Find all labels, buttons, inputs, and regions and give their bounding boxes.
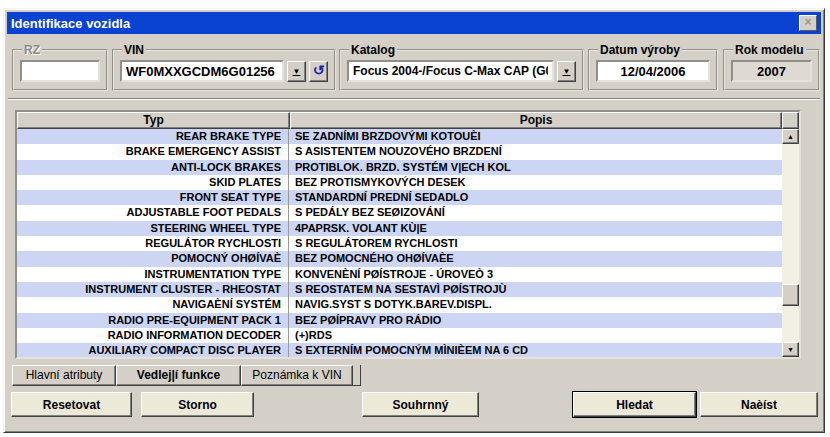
popis-cell: S PEDÁLY BEZ SEØIZOVÁNÍ — [289, 205, 782, 220]
popis-cell: KONVENÈNÍ PØÍSTROJE - ÚROVEÒ 3 — [289, 267, 782, 282]
rz-input[interactable] — [20, 60, 100, 82]
load-button[interactable]: Naèíst — [700, 392, 818, 417]
table-row[interactable]: SKID PLATES BEZ PROTISMYKOVÝCH DESEK — [17, 175, 782, 190]
tab-strip-end-divider — [353, 365, 361, 386]
table-row[interactable]: FRONT SEAT TYPE STANDARDNÍ PREDNÍ SEDADL… — [17, 190, 782, 205]
katalog-label: Katalog — [349, 43, 397, 57]
separator-line — [8, 98, 820, 100]
typ-cell: REGULÁTOR RYCHLOSTI — [17, 236, 289, 251]
popis-cell: STANDARDNÍ PREDNÍ SEDADLO — [289, 190, 782, 205]
vin-undo-button[interactable]: ↺ — [309, 61, 328, 82]
table-header: Typ Popis — [17, 112, 799, 129]
search-button[interactable]: Hledat — [573, 392, 696, 417]
vin-group: VIN ▼ ↺ — [112, 43, 336, 91]
scroll-up-icon: ▲ — [787, 133, 794, 140]
popis-cell: SE ZADNÍMI BRZDOVÝMI KOTOUÈI — [289, 129, 782, 144]
cancel-button[interactable]: Storno — [141, 392, 254, 417]
tab-strip: Hlavní atributy Vedlej|í funkce Poznámka… — [12, 365, 361, 386]
table-row[interactable]: REGULÁTOR RYCHLOSTI S REGULÁTOREM RYCHLO… — [17, 236, 782, 251]
table-row[interactable]: AUXILIARY COMPACT DISC PLAYER S EXTERNÍM… — [17, 343, 782, 357]
table-row[interactable]: POMOCNÝ OHØÍVAÈ BEZ POMOCNÉHO OHØÍVAÈE — [17, 251, 782, 266]
popis-cell: BEZ PROTISMYKOVÝCH DESEK — [289, 175, 782, 190]
vin-label: VIN — [122, 43, 146, 57]
attributes-table: Typ Popis REAR BRAKE TYPE SE ZADNÍMI BRZ… — [15, 110, 801, 359]
summary-button[interactable]: Souhrnný — [362, 392, 479, 417]
table-row[interactable]: BRAKE EMERGENCY ASSIST S ASISTENTEM NOUZ… — [17, 144, 782, 159]
vehicle-identification-dialog: Identifikace vozidla × RZ VIN ▼ ↺ Katalo… — [3, 8, 825, 433]
table-row[interactable]: ADJUSTABLE FOOT PEDALS S PEDÁLY BEZ SEØI… — [17, 205, 782, 220]
tab-vin-note[interactable]: Poznámka k VIN — [241, 365, 353, 386]
table-row[interactable]: RADIO INFORMATION DECODER (+)RDS — [17, 328, 782, 343]
rz-group: RZ — [12, 43, 108, 91]
popis-cell: S EXTERNÍM POMOCNÝM MÌNIÈEM NA 6 CD — [289, 343, 782, 357]
production-date-group: Datum výroby — [588, 43, 718, 91]
dialog-title: Identifikace vozidla — [11, 16, 799, 31]
vertical-scrollbar[interactable]: ▲ ▼ — [782, 129, 799, 357]
typ-cell: AUXILIARY COMPACT DISC PLAYER — [17, 343, 289, 357]
katalog-input[interactable] — [347, 60, 554, 82]
column-header-spacer — [782, 112, 799, 129]
scroll-up-button[interactable]: ▲ — [782, 129, 799, 144]
typ-cell: REAR BRAKE TYPE — [17, 129, 289, 144]
typ-cell: NAVIGAÈNÍ SYSTÉM — [17, 297, 289, 312]
model-year-label: Rok modelu — [733, 43, 806, 57]
popis-cell: BEZ PØÍPRAVY PRO RÁDIO — [289, 313, 782, 328]
table-body: REAR BRAKE TYPE SE ZADNÍMI BRZDOVÝMI KOT… — [17, 129, 782, 357]
table-row[interactable]: ANTI-LOCK BRAKES PROTIBLOK. BRZD. SYSTÉM… — [17, 160, 782, 175]
table-row[interactable]: RADIO PRE-EQUIPMENT PACK 1 BEZ PØÍPRAVY … — [17, 313, 782, 328]
typ-cell: RADIO INFORMATION DECODER — [17, 328, 289, 343]
vin-dropdown-button[interactable]: ▼ — [287, 61, 306, 82]
popis-cell: NAVIG.SYST S DOTYK.BAREV.DISPL. — [289, 297, 782, 312]
typ-cell: INSTRUMENT CLUSTER - RHEOSTAT — [17, 282, 289, 297]
tab-main-attributes[interactable]: Hlavní atributy — [12, 365, 116, 386]
typ-cell: FRONT SEAT TYPE — [17, 190, 289, 205]
dropdown-arrow-icon: ▼ — [293, 67, 301, 76]
typ-cell: BRAKE EMERGENCY ASSIST — [17, 144, 289, 159]
model-year-group: Rok modelu 2007 — [723, 43, 820, 91]
katalog-dropdown-button[interactable]: ▼ — [557, 61, 576, 82]
scrollbar-thumb[interactable] — [782, 284, 799, 306]
tab-secondary-functions[interactable]: Vedlej|í funkce — [116, 365, 241, 386]
title-bar[interactable]: Identifikace vozidla × — [7, 12, 821, 34]
popis-cell: 4PAPRSK. VOLANT KÙ|E — [289, 221, 782, 236]
table-row[interactable]: INSTRUMENT CLUSTER - RHEOSTAT S REOSTATE… — [17, 282, 782, 297]
production-date-label: Datum výroby — [598, 43, 682, 57]
typ-cell: RADIO PRE-EQUIPMENT PACK 1 — [17, 313, 289, 328]
typ-cell: ANTI-LOCK BRAKES — [17, 160, 289, 175]
rz-label: RZ — [22, 43, 42, 57]
production-date-input[interactable] — [596, 60, 710, 82]
table-row[interactable]: STEERING WHEEL TYPE 4PAPRSK. VOLANT KÙ|E — [17, 221, 782, 236]
popis-cell: S REOSTATEM NA SESTAVÌ PØÍSTROJÙ — [289, 282, 782, 297]
popis-cell: PROTIBLOK. BRZD. SYSTÉM V|ECH KOL — [289, 160, 782, 175]
undo-icon: ↺ — [313, 62, 325, 78]
close-button[interactable]: × — [799, 15, 817, 31]
close-icon: × — [804, 15, 811, 29]
popis-cell: S REGULÁTOREM RYCHLOSTI — [289, 236, 782, 251]
popis-cell: BEZ POMOCNÉHO OHØÍVAÈE — [289, 251, 782, 266]
vin-input[interactable] — [120, 60, 284, 82]
table-row[interactable]: NAVIGAÈNÍ SYSTÉM NAVIG.SYST S DOTYK.BARE… — [17, 297, 782, 312]
scrollbar-track[interactable] — [782, 144, 799, 342]
table-row[interactable]: REAR BRAKE TYPE SE ZADNÍMI BRZDOVÝMI KOT… — [17, 129, 782, 144]
scroll-down-icon: ▼ — [787, 346, 794, 353]
model-year-value: 2007 — [731, 60, 812, 82]
reset-button[interactable]: Resetovat — [11, 392, 132, 417]
popis-cell: S ASISTENTEM NOUZOVÉHO BRZDENÍ — [289, 144, 782, 159]
typ-cell: INSTRUMENTATION TYPE — [17, 267, 289, 282]
column-header-popis[interactable]: Popis — [290, 112, 782, 129]
typ-cell: SKID PLATES — [17, 175, 289, 190]
typ-cell: STEERING WHEEL TYPE — [17, 221, 289, 236]
popis-cell: (+)RDS — [289, 328, 782, 343]
typ-cell: ADJUSTABLE FOOT PEDALS — [17, 205, 289, 220]
scroll-down-button[interactable]: ▼ — [782, 342, 799, 357]
typ-cell: POMOCNÝ OHØÍVAÈ — [17, 251, 289, 266]
dropdown-arrow-icon: ▼ — [563, 67, 571, 76]
table-row[interactable]: INSTRUMENTATION TYPE KONVENÈNÍ PØÍSTROJE… — [17, 267, 782, 282]
katalog-group: Katalog ▼ — [339, 43, 584, 91]
column-header-typ[interactable]: Typ — [17, 112, 290, 129]
